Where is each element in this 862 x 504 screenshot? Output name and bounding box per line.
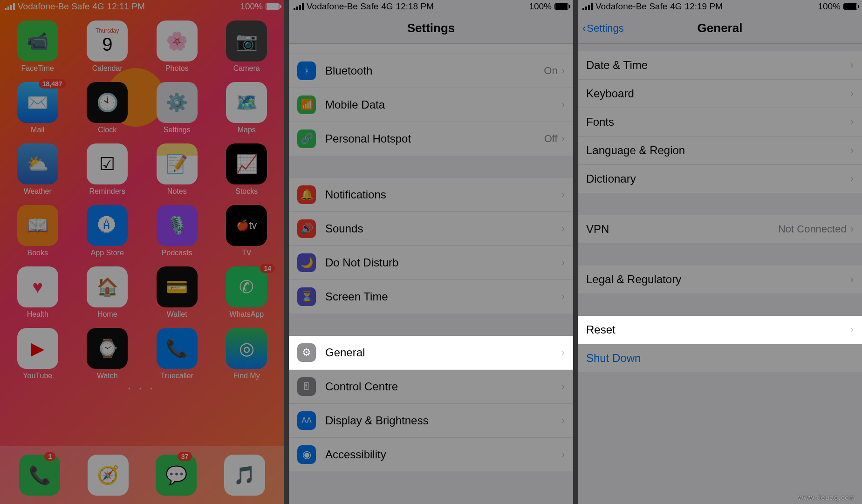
page-indicator[interactable]: • • • [0, 386, 284, 392]
carrier: Vodafone-Be Safe [595, 1, 667, 12]
row-do-not-disturb[interactable]: 🌙Do Not Disturb› [289, 246, 573, 280]
screen-settings: Vodafone-Be Safe 4G 12:18 PM 100% Settin… [289, 0, 573, 504]
dock-safari[interactable]: 🧭 [88, 455, 129, 496]
chevron-right-icon: › [850, 59, 854, 71]
chevron-right-icon: › [850, 324, 854, 336]
row-fonts[interactable]: Fonts› [578, 108, 862, 136]
app-maps[interactable]: 🗺️Maps [214, 82, 280, 134]
row-dictionary[interactable]: Dictionary› [578, 165, 862, 193]
navbar: ‹Settings General [578, 13, 862, 44]
carrier: Vodafone-Be Safe [307, 1, 378, 12]
chevron-right-icon: › [561, 257, 565, 269]
app-photos[interactable]: 🌸Photos [144, 20, 210, 73]
screen-general: Vodafone-Be Safe 4G 12:19 PM 100% ‹Setti… [578, 0, 862, 504]
chevron-right-icon: › [561, 189, 565, 201]
navbar: Settings [289, 13, 573, 44]
app-stocks[interactable]: 📈Stocks [214, 143, 280, 196]
row-reset[interactable]: Reset› [578, 316, 862, 344]
app-notes[interactable]: 📝Notes [144, 143, 210, 196]
app-mail[interactable]: 18,487✉️Mail [5, 82, 71, 134]
row-legal-regulatory[interactable]: Legal & Regulatory› [578, 266, 862, 293]
row-accessibility[interactable]: ◉Accessibility› [289, 438, 573, 471]
app-watch[interactable]: ⌚Watch [75, 328, 141, 380]
network: 4G [381, 1, 393, 12]
aa-icon: AA [297, 411, 316, 430]
chevron-left-icon: ‹ [582, 22, 586, 34]
app-appstore[interactable]: 🅐App Store [75, 205, 141, 257]
row-bluetooth[interactable]: ᚼBluetoothOn› [289, 54, 573, 88]
chevron-right-icon: › [850, 88, 854, 100]
statusbar: Vodafone-Be Safe 4G 12:11 PM 100% [0, 0, 284, 13]
chevron-right-icon: › [561, 381, 565, 393]
network: 4G [670, 1, 682, 12]
chevron-right-icon: › [561, 415, 565, 427]
app-reminders[interactable]: ☑︎Reminders [75, 143, 141, 196]
clock-time: 12:11 PM [107, 1, 145, 12]
dock-music[interactable]: 🎵 [224, 455, 265, 496]
app-findmy[interactable]: ◎Find My [214, 328, 280, 380]
battery-pct: 100% [529, 1, 552, 12]
row-language-region[interactable]: Language & Region› [578, 136, 862, 165]
dock-phone[interactable]: 1📞 [19, 455, 60, 496]
row-sounds[interactable]: 🔊Sounds› [289, 212, 573, 246]
row-shut-down[interactable]: Shut Down [578, 344, 862, 372]
page-title: General [698, 21, 743, 35]
chevron-right-icon: › [561, 347, 565, 359]
app-books[interactable]: 📖Books [5, 205, 71, 257]
watermark: www.deuaq.com [798, 493, 855, 501]
moon-icon: 🌙 [297, 253, 316, 272]
network: 4G [92, 1, 104, 12]
app-home[interactable]: 🏠Home [75, 266, 141, 319]
row-control-centre[interactable]: 🎚Control Centre› [289, 370, 573, 404]
chevron-right-icon: › [850, 116, 854, 128]
battery-pct: 100% [818, 1, 841, 12]
back-button[interactable]: ‹Settings [582, 22, 624, 34]
chevron-right-icon: › [850, 144, 854, 157]
chevron-right-icon: › [561, 99, 565, 111]
antenna-icon: 📶 [297, 95, 316, 114]
app-youtube[interactable]: ▶YouTube [5, 328, 71, 380]
app-health[interactable]: ♥Health [5, 266, 71, 319]
statusbar: Vodafone-Be Safe 4G 12:19 PM 100% [578, 0, 862, 13]
chevron-right-icon: › [561, 223, 565, 235]
chevron-right-icon: › [561, 291, 565, 303]
row-date-time[interactable]: Date & Time› [578, 51, 862, 80]
app-podcasts[interactable]: 🎙️Podcasts [144, 205, 210, 257]
signal-icon [5, 3, 15, 10]
app-settings[interactable]: ⚙️Settings [144, 82, 210, 134]
row-keyboard[interactable]: Keyboard› [578, 80, 862, 108]
app-calendar[interactable]: Thursday9Calendar [75, 20, 141, 73]
dock-messages[interactable]: 37💬 [156, 455, 197, 496]
app-facetime[interactable]: 📹FaceTime [5, 20, 71, 73]
row-personal-hotspot[interactable]: 🔗Personal HotspotOff› [289, 122, 573, 156]
battery-pct: 100% [240, 1, 263, 12]
app-weather[interactable]: ⛅Weather [5, 143, 71, 196]
app-truecaller[interactable]: 📞Truecaller [144, 328, 210, 380]
row-display-brightness[interactable]: AADisplay & Brightness› [289, 404, 573, 438]
battery-icon [266, 3, 280, 10]
page-title: Settings [407, 21, 455, 35]
row-general[interactable]: ⚙General› [289, 336, 573, 370]
row-mobile-data[interactable]: 📶Mobile Data› [289, 88, 573, 122]
app-camera[interactable]: 📷Camera [214, 20, 280, 73]
app-clock[interactable]: 🕙Clock [75, 82, 141, 134]
row-screen-time[interactable]: ⏳Screen Time› [289, 280, 573, 313]
badge-mail: 18,487 [39, 79, 66, 89]
row-vpn[interactable]: VPNNot Connected› [578, 215, 862, 243]
app-wallet[interactable]: 💳Wallet [144, 266, 210, 319]
chevron-right-icon: › [850, 223, 854, 235]
battery-icon [554, 3, 568, 10]
badge-messages: 37 [178, 452, 192, 461]
app-tv[interactable]: 🍎tvTV [214, 205, 280, 257]
sounds-icon: 🔊 [297, 219, 316, 238]
clock-time: 12:19 PM [685, 1, 723, 12]
gear-icon: ⚙ [297, 343, 316, 362]
accessibility-icon: ◉ [297, 445, 316, 464]
app-whatsapp[interactable]: 14✆WhatsApp [214, 266, 280, 319]
switches-icon: 🎚 [297, 377, 316, 396]
badge-phone: 1 [44, 452, 55, 461]
row-notifications[interactable]: 🔔Notifications› [289, 178, 573, 212]
badge-whatsapp: 14 [260, 264, 275, 273]
dock: 1📞 🧭 37💬 🎵 [0, 446, 284, 504]
chevron-right-icon: › [850, 173, 854, 185]
